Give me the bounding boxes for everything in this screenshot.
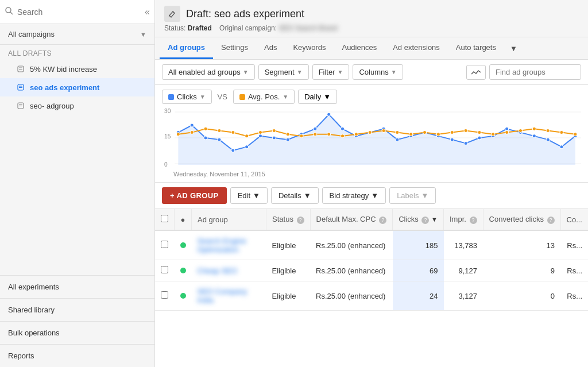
svg-point-78 <box>560 131 563 134</box>
details-btn[interactable]: Details ▼ <box>271 187 319 204</box>
svg-point-42 <box>478 136 481 140</box>
all-experiments-link[interactable]: All experiments <box>0 275 154 298</box>
cpc-help-icon[interactable]: ? <box>379 217 386 224</box>
row-checkbox-0[interactable] <box>155 230 175 260</box>
filter-btn[interactable]: Filter ▼ <box>312 64 350 80</box>
conv-clicks-help-icon[interactable]: ? <box>547 217 555 224</box>
clicks-help-icon[interactable]: ? <box>421 217 429 224</box>
row-cpc-0: Rs.25.00 (enhanced) <box>310 230 393 260</box>
svg-text:30: 30 <box>164 108 171 114</box>
row-co-1: Rs... <box>560 260 588 281</box>
labels-chevron: ▼ <box>421 191 428 200</box>
svg-point-44 <box>505 127 509 130</box>
row-ad-group-0[interactable]: Search Engine Optimization <box>192 230 266 260</box>
original-label: Original campaign: <box>219 24 277 32</box>
svg-point-36 <box>396 138 399 141</box>
svg-point-27 <box>272 136 276 140</box>
avgpos-chevron: ▼ <box>283 94 288 100</box>
labels-btn[interactable]: Labels ▼ <box>389 187 436 204</box>
all-drafts-label: All drafts <box>0 45 154 60</box>
svg-text:0: 0 <box>164 161 168 168</box>
svg-point-72 <box>478 131 481 134</box>
daily-btn[interactable]: Daily ▼ <box>298 90 337 104</box>
svg-point-56 <box>258 131 262 134</box>
vs-label: VS <box>215 92 230 101</box>
row-converted-clicks-0: 13 <box>483 230 560 260</box>
svg-point-26 <box>258 134 262 138</box>
edit-btn[interactable]: Edit ▼ <box>230 187 268 204</box>
svg-point-41 <box>464 141 467 145</box>
svg-point-63 <box>354 133 358 136</box>
campaigns-chevron: ▼ <box>140 31 146 38</box>
sidebar-item-2[interactable]: seo- adgroup <box>0 96 154 115</box>
tab-ad-extensions[interactable]: Ad extensions <box>385 37 448 59</box>
svg-point-73 <box>492 133 495 136</box>
row-co-0: Rs... <box>560 230 588 260</box>
tab-ad-groups[interactable]: Ad groups <box>160 37 213 59</box>
tab-settings[interactable]: Settings <box>213 37 256 59</box>
row-co-2: Rs... <box>560 281 588 311</box>
svg-point-55 <box>245 134 249 138</box>
search-input[interactable] <box>17 7 145 17</box>
header-clicks[interactable]: Clicks ? ▼ <box>393 209 444 230</box>
reports-link[interactable]: Reports <box>0 344 154 367</box>
row-status-2: Eligible <box>266 281 310 311</box>
chart-date-label: Wednesday, November 11, 2015 <box>162 169 581 180</box>
shared-library-link[interactable]: Shared library <box>0 298 154 321</box>
sidebar-item-label-2: seo- adgroup <box>30 102 74 110</box>
svg-point-46 <box>532 134 536 138</box>
row-checkbox-2[interactable] <box>155 281 175 311</box>
svg-point-57 <box>272 129 276 132</box>
row-checkbox-1[interactable] <box>155 260 175 281</box>
svg-line-11 <box>173 11 175 13</box>
page-title: Draft: seo ads experiment <box>186 8 304 20</box>
svg-point-32 <box>341 127 344 130</box>
tab-keywords[interactable]: Keywords <box>285 37 334 59</box>
row-ad-group-1[interactable]: Cheap SEO <box>192 260 266 281</box>
bid-strategy-chevron: ▼ <box>371 191 378 200</box>
details-chevron: ▼ <box>304 191 311 200</box>
collapse-icon[interactable]: « <box>145 7 150 17</box>
campaign-link[interactable]: SEO Search Brand <box>278 24 337 32</box>
segment-btn[interactable]: Segment ▼ <box>258 64 309 80</box>
tab-more-btn[interactable]: ▼ <box>504 38 523 59</box>
tab-auto-targets[interactable]: Auto targets <box>448 37 504 59</box>
row-status-1: Eligible <box>266 260 310 281</box>
impr-help-icon[interactable]: ? <box>470 217 477 224</box>
find-input[interactable] <box>489 64 581 80</box>
table-area: ● Ad group Status ? Default Max. CPC ? C… <box>155 209 588 367</box>
chart-toggle-btn[interactable] <box>466 65 486 80</box>
row-converted-clicks-1: 9 <box>483 260 560 281</box>
header-status: Status ? <box>266 209 310 230</box>
add-ad-group-button[interactable]: + AD GROUP <box>162 187 227 204</box>
tab-audiences[interactable]: Audiences <box>334 37 385 59</box>
svg-point-79 <box>574 133 577 136</box>
sidebar-item-0[interactable]: 5% KW bid increase <box>0 60 154 78</box>
segment-chevron: ▼ <box>297 69 303 75</box>
bid-strategy-btn[interactable]: Bid strategy ▼ <box>322 187 386 204</box>
tab-ads[interactable]: Ads <box>256 37 285 59</box>
svg-point-53 <box>218 129 221 132</box>
status-help-icon[interactable]: ? <box>297 217 304 224</box>
table-row: Search Engine Optimization Eligible Rs.2… <box>155 230 588 260</box>
chart-svg: 30 15 0 <box>162 106 581 169</box>
header-checkbox[interactable] <box>155 209 175 230</box>
svg-line-1 <box>10 12 13 14</box>
filter-all-enabled-btn[interactable]: All enabled ad groups ▼ <box>162 64 255 80</box>
edit-draft-icon[interactable] <box>164 6 180 22</box>
sidebar-item-1[interactable]: seo ads experiment <box>0 78 154 96</box>
row-ad-group-2[interactable]: SEO Company India <box>192 281 266 311</box>
columns-btn[interactable]: Columns ▼ <box>353 64 403 80</box>
bulk-operations-link[interactable]: Bulk operations <box>0 321 154 344</box>
svg-point-51 <box>190 131 194 134</box>
avgpos-metric-btn[interactable]: Avg. Pos. ▼ <box>233 90 295 104</box>
svg-point-22 <box>204 136 207 140</box>
select-all-checkbox[interactable] <box>161 215 168 222</box>
all-campaigns-header[interactable]: All campaigns ▼ <box>0 24 154 45</box>
row-status-dot-2 <box>175 281 192 311</box>
clicks-metric-btn[interactable]: Clicks ▼ <box>162 90 212 104</box>
sidebar-item-label-0: 5% KW bid increase <box>30 65 97 74</box>
svg-point-71 <box>464 129 467 132</box>
svg-point-68 <box>423 131 427 134</box>
svg-point-30 <box>314 127 317 130</box>
